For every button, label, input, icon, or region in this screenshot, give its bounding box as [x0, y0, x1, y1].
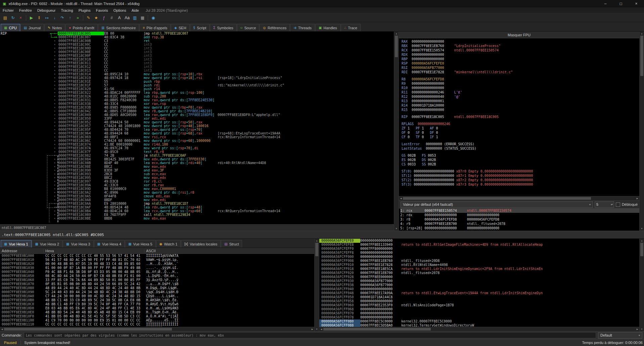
disasm-row[interactable]: •00007FF8EE18C05248:894424 50mov qword p…: [0, 120, 394, 124]
argument-row[interactable]: 2: rdx 0000000000000000 0000000000000000: [400, 213, 639, 217]
breakpoint-dot-icon[interactable]: •: [54, 98, 56, 102]
hexdump-row[interactable]: 00007FF8EE0B1000CC CC CC CC CC CC CC CC …: [0, 254, 314, 258]
argument-row[interactable]: 4: r9 00007FF8EE1EB700 ntdll._fltused+20…: [400, 222, 639, 226]
menu-favoris[interactable]: Favoris: [93, 8, 111, 12]
stack-row[interactable]: 000000A56FCFF08800007FF8EC5D5BA0kernel32…: [319, 323, 639, 327]
tab-pile-d-appels[interactable]: ≡Pile d'appels: [139, 24, 171, 31]
stack-row[interactable]: 000000A56FCFF0580000000000000000: [319, 299, 639, 303]
disassembly-view[interactable]: •RIP►00007FF8EE18C005EB 00jmp ntdll.7FF8…: [0, 32, 394, 224]
breakpoint-dot-icon[interactable]: •: [54, 83, 56, 87]
register-line[interactable]: RBP 0000000000000000: [402, 57, 639, 61]
register-line[interactable]: R13 0000000000000001: [402, 99, 639, 103]
breakpoint-dot-icon[interactable]: •: [54, 198, 56, 202]
scrollbar-track[interactable]: [640, 36, 644, 227]
register-line[interactable]: OF 0 SF 0 DF 0: [402, 130, 639, 135]
register-line[interactable]: CS 0033 SS 002B: [402, 162, 639, 166]
register-line[interactable]: RSP 000000A56FCFEFE0: [402, 61, 639, 66]
disasm-row[interactable]: •00007FF8EE18C013CCint3: [0, 69, 394, 72]
argument-count-spinner[interactable]: 5 ▴▾: [595, 201, 614, 208]
disasm-row[interactable]: •00007FF8EE18C02A48:81EC 00020000sub rsp…: [0, 94, 394, 98]
breakpoint-dot-icon[interactable]: •: [54, 131, 56, 135]
scroll-up-icon[interactable]: ▲: [315, 239, 319, 243]
stack-row[interactable]: 000000A56FCFF0700000000000000000: [319, 311, 639, 315]
scrollbar-thumb[interactable]: [640, 243, 643, 256]
register-line[interactable]: R8 000000A56FCFEFD8: [402, 77, 639, 81]
disasm-row[interactable]: •00007FF8EE18C05F48:8D4424 70lea rax,qwo…: [0, 128, 394, 131]
breakpoint-dot-icon[interactable]: •: [54, 128, 56, 131]
menu-plugins[interactable]: Plugins: [76, 8, 93, 12]
scroll-down-icon[interactable]: ▼: [640, 227, 644, 231]
register-line[interactable]: R10 0000000000000000: [402, 86, 639, 90]
breakpoint-dot-icon[interactable]: •: [54, 168, 56, 172]
stack-row[interactable]: 000000A56FCFF050000001D718A144C8: [319, 295, 639, 299]
register-line[interactable]: CF 0 TF 0 IF 1: [402, 135, 639, 139]
breakpoint-dot-icon[interactable]: •: [54, 39, 56, 43]
assemble-fx-button[interactable]: ƒ: [100, 14, 108, 22]
argument-row[interactable]: 1: rcx 00007FF8EE150574 ntdll.00007FF8EE…: [400, 208, 639, 213]
stack-row[interactable]: 000000A56FCFF02000007FF8EE1EB700ntdll._f…: [319, 271, 639, 275]
breakpoint-dot-icon[interactable]: •: [54, 54, 56, 57]
breakpoint-dot-icon[interactable]: •: [54, 124, 56, 128]
registers-scrollbar[interactable]: ▲▼: [639, 32, 644, 231]
register-line[interactable]: RCX 00007FF8EE150574 ntdll.00007FF8EE150…: [402, 48, 639, 52]
hexdump-scrollbar[interactable]: ▲▼: [314, 239, 319, 331]
menu-fichier[interactable]: Fichier: [0, 8, 16, 12]
breakpoint-dot-icon[interactable]: •: [54, 154, 56, 157]
register-line[interactable]: RIP 00007FF8EE18C005 ntdll.00007FF8EE18C…: [402, 115, 639, 119]
disasm-row[interactable]: •00007FF8EE18C03848:33C4xor rax,rsp: [0, 102, 394, 106]
stack-view[interactable]: 000000A56FCFEFE00000000000000000000000A5…: [319, 239, 639, 331]
breakpoint-dot-icon[interactable]: •: [54, 135, 56, 139]
breakpoint-dot-icon[interactable]: •: [54, 87, 56, 91]
breakpoint-dot-icon[interactable]: •: [54, 120, 56, 124]
tab-journal[interactable]: ▤Journal: [20, 24, 44, 31]
stack-row[interactable]: 000000A56FCFF0680000000000000000: [319, 307, 639, 311]
register-line[interactable]: R9 0000000000000000: [402, 81, 639, 86]
tab-script[interactable]: §Script: [190, 24, 210, 31]
argument-row[interactable]: 5: [rsp+28] 0000000000000000 00000000000…: [400, 226, 639, 230]
breakpoint-dot-icon[interactable]: •: [54, 35, 56, 39]
breakpoint-dot-icon[interactable]: •: [54, 183, 56, 187]
step-over-button[interactable]: ↷: [58, 14, 66, 22]
disasm-row[interactable]: •00007FF8EE18C06448:894424 68mov qword p…: [0, 131, 394, 135]
tab-watch-1[interactable]: ◉Watch 1: [156, 240, 181, 247]
disasm-row[interactable]: •00007FF8EE18C057C74424 48 16001800mov d…: [0, 124, 394, 128]
breakpoint-dot-icon[interactable]: •: [54, 205, 56, 209]
tab-cpu[interactable]: ▦CPU: [1, 24, 20, 31]
disasm-row[interactable]: •RIP►00007FF8EE18C005EB 00jmp ntdll.7FF8…: [0, 32, 394, 35]
disasm-row[interactable]: •00007FF8EE18C01F57push rdirdi:"minkerne…: [0, 83, 394, 87]
favourites-button[interactable]: ★: [92, 14, 100, 22]
disasm-row[interactable]: •00007FF8EE18C08B8D4F 40lea ecx,dword pt…: [0, 161, 394, 165]
scrollbar-thumb[interactable]: [395, 36, 398, 57]
disasm-row[interactable]: •00007FF8EE18C09DB8 010000C0mov eax,C000…: [0, 187, 394, 191]
animate-button[interactable]: »: [74, 14, 82, 22]
register-line[interactable]: R15 0000000000000000: [402, 108, 639, 112]
scroll-right-icon[interactable]: ▶: [635, 196, 639, 200]
stack-row[interactable]: 000000A56FCFF06000007FF8EE2353F0ntdll.Nl…: [319, 303, 639, 307]
tab-vue-hexa-5[interactable]: ▦Vue Hexa 5: [125, 240, 156, 247]
hide-fpu-button[interactable]: Masquer FPU: [399, 32, 639, 38]
stack-row[interactable]: 000000A56FCFF01800007FF8EE18E5CAreturn t…: [319, 267, 639, 271]
breakpoint-dot-icon[interactable]: •: [54, 46, 56, 50]
tab-symboles[interactable]: ΣSymboles: [210, 24, 236, 31]
step-into-button[interactable]: ↓: [51, 14, 58, 22]
disasm-row[interactable]: •00007FF8EE18C09749:D3C8ror r8,cl: [0, 180, 394, 183]
hexdump-row[interactable]: 00007FF8EE0B10F041 8B D5 00 48 8D 41 5E …: [0, 314, 314, 318]
tab-vue-hexa-3[interactable]: ▦Vue Hexa 3: [63, 240, 94, 247]
hexdump-row[interactable]: 00007FF8EE0B1110CC CC CC CC CC CC CC CC …: [0, 322, 314, 326]
maximize-button[interactable]: □: [613, 0, 629, 7]
argument-row[interactable]: 3: r8 000000A56FCFEFD8 000000A56FCFEFD8: [400, 217, 639, 222]
stack-row[interactable]: 000000A56FCFF02800007FF8EE000000: [319, 275, 639, 279]
disasm-row[interactable]: •00007FF8EE18C00DCCint3: [0, 46, 394, 50]
disasm-row[interactable]: •00007FF8EE18C02248:8DAC24 00FFFFFFlea r…: [0, 91, 394, 94]
hexdump-row[interactable]: 00007FF8EE0B101056 41 57 48 8D AC 24 90 …: [0, 258, 314, 262]
step-out-button[interactable]: ↑: [66, 14, 74, 22]
disasm-row[interactable]: •00007FF8EE18C00748:83C4 38add rsp,38: [0, 35, 394, 39]
stack-row[interactable]: 000000A56FCFF0780000000000000000: [319, 315, 639, 319]
breakpoint-dot-icon[interactable]: •: [54, 113, 56, 117]
scrollbar-thumb[interactable]: [640, 36, 643, 76]
breakpoint-dot-icon[interactable]: •: [54, 57, 56, 61]
close-button[interactable]: ×: [629, 0, 644, 7]
register-line[interactable]: ST(2) 00000000000000000000 x87r2 Empty 0…: [402, 178, 639, 182]
font-small-button[interactable]: Aa: [123, 14, 131, 22]
menu-tracing[interactable]: Tracing: [58, 8, 76, 12]
